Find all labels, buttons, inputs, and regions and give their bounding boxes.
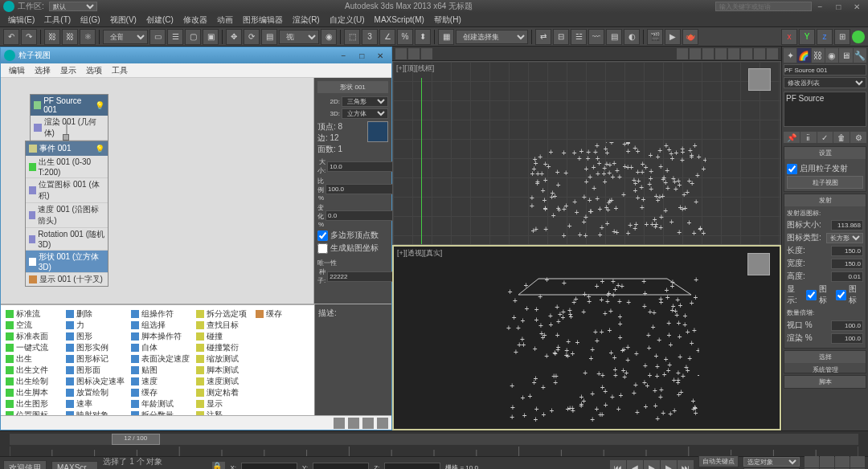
vp-tool-icon[interactable] (715, 48, 727, 59)
vp-tool-icon[interactable] (754, 48, 765, 59)
pv-titlebar[interactable]: 粒子视图 − □ ✕ (1, 47, 391, 63)
depot-item[interactable]: 组选择 (129, 320, 191, 331)
goto-start-button[interactable]: ⏮ (610, 460, 626, 470)
flow-source-header[interactable]: PF Source 001💡 (31, 95, 108, 116)
select-name-button[interactable]: ☰ (167, 29, 183, 45)
menu-modifiers[interactable]: 修改器 (178, 14, 212, 26)
angle-snap-button[interactable]: ∠ (379, 29, 395, 45)
depot-item[interactable]: 脚本测试 (194, 365, 252, 376)
object-name-input[interactable] (784, 64, 866, 75)
welcome-button[interactable]: 欢迎使用 (3, 460, 47, 470)
align-button[interactable]: ⊟ (553, 29, 569, 45)
depot-item[interactable]: 查找目标 (194, 320, 252, 331)
depot-item[interactable]: 缓存 (129, 387, 191, 398)
depot-item[interactable]: 拆分数量 (129, 410, 191, 415)
flow-position-row[interactable]: 位置图标 001 (体积) (26, 178, 108, 203)
show-result-icon[interactable]: ⅱ (800, 132, 817, 143)
depot-item[interactable]: 一键式流 (4, 342, 61, 353)
pv-depot[interactable]: 标准流空流标准表面一键式流出生出生文件出生绘制出生脚本出生图形位置图标位置对象旋… (1, 304, 314, 415)
remove-icon[interactable]: 🗑 (833, 132, 850, 143)
pv-menu-edit[interactable]: 编辑 (4, 65, 30, 76)
motion-tab-icon[interactable]: ◉ (825, 48, 838, 63)
flow-event-node[interactable]: 事件 001💡 出生 001 (0-30 T:200) 位置图标 001 (体积… (25, 141, 108, 287)
depot-item[interactable]: 映射对象 (64, 410, 126, 415)
width-input[interactable] (831, 259, 863, 269)
modifier-stack[interactable]: PF Source (784, 92, 866, 127)
schematic-button[interactable]: ▤ (606, 29, 622, 45)
depot-item[interactable]: 图形标记 (64, 353, 126, 365)
param-2d-dropdown[interactable]: 三角形 (342, 96, 388, 107)
percent-snap-button[interactable]: % (397, 29, 413, 45)
pv-tool-icon[interactable] (362, 418, 374, 429)
pv-close-icon[interactable]: ✕ (372, 51, 388, 60)
curve-editor-button[interactable]: 〰 (588, 29, 604, 45)
vp-tool-icon[interactable] (702, 48, 714, 59)
viewport-top[interactable]: [+][顶][线框] +++++++++++++++++++++++++++++… (392, 61, 781, 245)
menu-maxscript[interactable]: MAXScript(M) (370, 15, 429, 24)
depot-item[interactable]: 删除 (64, 308, 126, 320)
pv-tool-icon[interactable] (348, 418, 359, 429)
depot-item[interactable]: 组操作符 (129, 308, 191, 320)
depot-item[interactable]: 速度测试 (194, 376, 252, 387)
y-axis-button[interactable]: Y (799, 29, 815, 45)
menu-create[interactable]: 创建(C) (141, 14, 178, 26)
height-input[interactable] (831, 271, 863, 282)
mirror-button[interactable]: ⇄ (535, 29, 551, 45)
vp-tool-icon[interactable] (741, 48, 752, 59)
utilities-tab-icon[interactable]: 🔧 (854, 48, 866, 63)
menu-edit[interactable]: 编辑(E) (3, 14, 39, 26)
autokey-button[interactable]: 自动关键点 (698, 455, 739, 467)
vp-tool-icon[interactable] (767, 48, 778, 59)
close-icon[interactable]: ✕ (849, 2, 865, 11)
icon-type-dropdown[interactable]: 长方形 (826, 233, 863, 243)
depot-item[interactable]: 缩放测试 (194, 353, 252, 365)
depot-item[interactable]: 出生绘制 (4, 376, 61, 387)
modify-tab-icon[interactable]: 🌈 (797, 48, 810, 63)
spinner-snap-button[interactable]: ⬍ (415, 29, 431, 45)
hierarchy-tab-icon[interactable]: ⛓ (812, 48, 825, 63)
depot-item[interactable]: 出生文件 (4, 365, 61, 376)
render-pct-input[interactable] (831, 333, 863, 344)
menu-animation[interactable]: 动画 (212, 14, 238, 26)
window-crossing-button[interactable]: ▣ (203, 29, 219, 45)
maximize-icon[interactable]: □ (830, 2, 846, 11)
depot-item[interactable]: 贴图 (129, 365, 191, 376)
slider-track[interactable]: 12 / 100 (10, 434, 858, 445)
depot-item[interactable]: 缓存 (254, 308, 311, 320)
rollout-script-header[interactable]: 脚本 (784, 376, 866, 388)
menu-views[interactable]: 视图(V) (105, 14, 141, 26)
redo-button[interactable]: ↷ (21, 29, 37, 45)
viewport-label[interactable]: [+][顶][线框] (396, 63, 434, 74)
pv-tool-icon[interactable] (377, 418, 388, 429)
show-icon-checkbox[interactable] (806, 290, 817, 300)
pv-menu-display[interactable]: 显示 (55, 65, 81, 76)
selection-filter-dropdown[interactable]: 全部 (103, 30, 148, 44)
bind-button[interactable]: ⚛ (80, 29, 96, 45)
depot-item[interactable]: 年龄测试 (129, 398, 191, 410)
depot-item[interactable]: 位置图标 (4, 410, 61, 415)
zoom-all-icon[interactable] (820, 456, 834, 467)
pv-minimize-icon[interactable]: − (335, 51, 351, 60)
depot-item[interactable]: 表面决定速度 (129, 353, 191, 365)
select-button[interactable]: ▭ (149, 29, 166, 45)
icon-size-input[interactable] (831, 220, 863, 230)
depot-item[interactable]: 测定粘着 (194, 387, 252, 398)
depot-item[interactable]: 碰撞 (194, 331, 252, 342)
slider-thumb[interactable]: 12 / 100 (112, 434, 160, 445)
shape-preview-swatch[interactable] (367, 121, 388, 142)
param-3d-dropdown[interactable]: 立方体 (342, 108, 388, 119)
maxscript-button[interactable]: MAXScr... (51, 461, 98, 469)
render-button[interactable]: 🫖 (682, 29, 698, 45)
ref-coord-dropdown[interactable]: 视图 (279, 30, 319, 44)
unique-icon[interactable]: ✓ (817, 132, 833, 143)
prev-frame-button[interactable]: ◀ (627, 460, 643, 470)
x-axis-button[interactable]: x (781, 29, 797, 45)
named-selection-button[interactable]: ▦ (438, 29, 454, 45)
workspace-dropdown[interactable]: 默认 (49, 2, 97, 11)
play-button[interactable]: ▶ (644, 460, 660, 470)
depot-item[interactable]: 力 (64, 320, 126, 331)
depot-item[interactable]: 显示 (194, 398, 252, 410)
depot-item[interactable]: 标准表面 (4, 331, 61, 342)
snap-toggle-button[interactable]: 3 (362, 29, 378, 45)
menu-graph[interactable]: 图形编辑器 (238, 14, 288, 26)
